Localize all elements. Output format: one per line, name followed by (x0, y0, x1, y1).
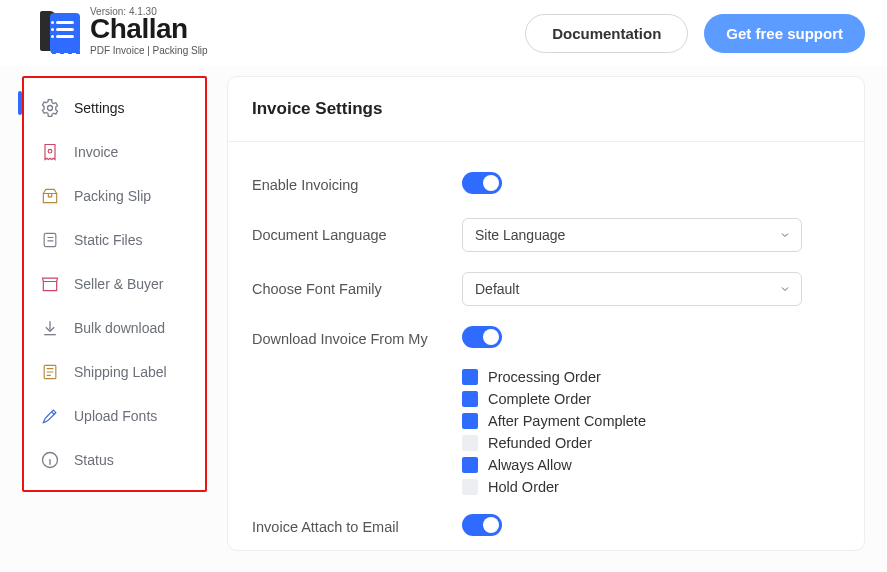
font-family-select[interactable]: Default (462, 272, 802, 306)
enable-invoicing-toggle[interactable] (462, 172, 502, 194)
sidebar-item-label: Packing Slip (74, 188, 151, 204)
check-label: Hold Order (488, 479, 559, 495)
check-item-complete[interactable]: Complete Order (462, 388, 840, 410)
sidebar-item-fonts[interactable]: Upload Fonts (24, 394, 205, 438)
invoice-icon (40, 142, 60, 162)
font-family-label: Choose Font Family (252, 281, 462, 297)
check-label: After Payment Complete (488, 413, 646, 429)
document-language-select[interactable]: Site Language (462, 218, 802, 252)
checkbox-icon (462, 435, 478, 451)
brand-name: Challan (90, 13, 208, 45)
sidebar-item-label: Upload Fonts (74, 408, 157, 424)
sidebar-item-bulk[interactable]: Bulk download (24, 306, 205, 350)
download-options-list: Processing Order Complete Order After Pa… (462, 362, 840, 498)
svg-point-1 (48, 149, 52, 153)
sidebar-item-label: Bulk download (74, 320, 165, 336)
download-invoice-label: Download Invoice From My (252, 331, 462, 347)
pen-icon (40, 406, 60, 426)
check-label: Processing Order (488, 369, 601, 385)
info-icon (40, 450, 60, 470)
sidebar-item-packing[interactable]: Packing Slip (24, 174, 205, 218)
checkbox-icon (462, 369, 478, 385)
sidebar: Settings Invoice Packing Slip Static Fil… (22, 76, 207, 492)
invoice-attach-label: Invoice Attach to Email (252, 519, 462, 535)
top-bar: Version: 4.1.30 Challan PDF Invoice | Pa… (0, 0, 887, 66)
document-language-label: Document Language (252, 227, 462, 243)
support-button[interactable]: Get free support (704, 14, 865, 53)
check-item-after-payment[interactable]: After Payment Complete (462, 410, 840, 432)
box-icon (40, 186, 60, 206)
main-panel: Invoice Settings Enable Invoicing Docume… (227, 76, 865, 551)
check-item-refunded[interactable]: Refunded Order (462, 432, 840, 454)
sidebar-item-label: Static Files (74, 232, 142, 248)
enable-invoicing-label: Enable Invoicing (252, 177, 462, 193)
sidebar-item-label: Seller & Buyer (74, 276, 163, 292)
gear-icon (40, 98, 60, 118)
brand-logo-icon (40, 7, 80, 55)
svg-point-0 (48, 106, 53, 111)
panel-title: Invoice Settings (228, 77, 864, 142)
select-value: Site Language (475, 227, 565, 243)
check-item-processing[interactable]: Processing Order (462, 366, 840, 388)
chevron-down-icon (779, 283, 791, 295)
checkbox-icon (462, 457, 478, 473)
sidebar-item-label: Invoice (74, 144, 118, 160)
check-label: Always Allow (488, 457, 572, 473)
sidebar-item-invoice[interactable]: Invoice (24, 130, 205, 174)
check-label: Complete Order (488, 391, 591, 407)
check-item-always[interactable]: Always Allow (462, 454, 840, 476)
chevron-down-icon (779, 229, 791, 241)
store-icon (40, 274, 60, 294)
sidebar-item-shipping[interactable]: Shipping Label (24, 350, 205, 394)
check-label: Refunded Order (488, 435, 592, 451)
download-icon (40, 318, 60, 338)
check-item-hold[interactable]: Hold Order (462, 476, 840, 498)
sidebar-item-label: Status (74, 452, 114, 468)
sidebar-item-label: Shipping Label (74, 364, 167, 380)
checkbox-icon (462, 391, 478, 407)
checkbox-icon (462, 479, 478, 495)
invoice-attach-toggle[interactable] (462, 514, 502, 536)
sidebar-item-seller[interactable]: Seller & Buyer (24, 262, 205, 306)
select-value: Default (475, 281, 519, 297)
documentation-button[interactable]: Documentation (525, 14, 688, 53)
scroll-icon (40, 230, 60, 250)
sidebar-item-static[interactable]: Static Files (24, 218, 205, 262)
sidebar-item-settings[interactable]: Settings (24, 86, 205, 130)
download-invoice-toggle[interactable] (462, 326, 502, 348)
sidebar-item-label: Settings (74, 100, 125, 116)
brand-tagline: PDF Invoice | Packing Slip (90, 45, 208, 56)
active-indicator (18, 91, 22, 115)
label-icon (40, 362, 60, 382)
sidebar-item-status[interactable]: Status (24, 438, 205, 482)
checkbox-icon (462, 413, 478, 429)
brand-block: Version: 4.1.30 Challan PDF Invoice | Pa… (40, 0, 208, 56)
